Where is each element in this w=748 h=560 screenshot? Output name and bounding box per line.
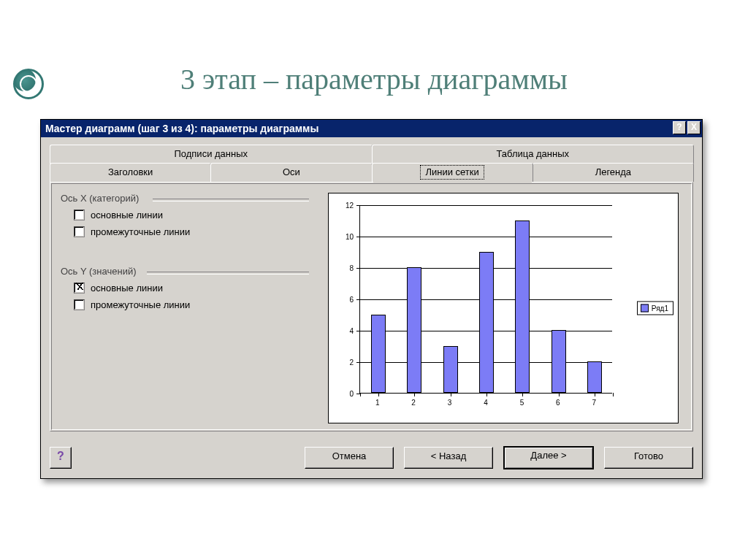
checkbox-y-major[interactable] xyxy=(74,283,85,294)
dialog-titlebar: Мастер диаграмм (шаг 3 из 4): параметры … xyxy=(41,120,702,137)
checkbox-y-major-row[interactable]: основные линии xyxy=(61,283,309,294)
dialog-title: Мастер диаграмм (шаг 3 из 4): параметры … xyxy=(45,123,318,134)
checkbox-x-major-row[interactable]: основные линии xyxy=(61,210,309,220)
titlebar-close-button[interactable]: X xyxy=(687,121,701,134)
tab-data-labels[interactable]: Подписи данных xyxy=(50,145,373,164)
checkbox-x-minor-row[interactable]: промежуточные линии xyxy=(61,226,309,237)
y-tick-label: 8 xyxy=(349,264,354,272)
chart-bar xyxy=(407,267,421,393)
group-y-title: Ось Y (значений) xyxy=(61,266,137,277)
x-tick-label: 5 xyxy=(520,399,524,407)
y-tick-label: 0 xyxy=(349,390,354,398)
titlebar-help-button[interactable]: ? xyxy=(673,121,686,134)
chart-preview: 0246810121234567 Ряд1 xyxy=(328,193,679,423)
chart-legend: Ряд1 xyxy=(637,302,673,315)
legend-swatch-icon xyxy=(641,304,649,312)
chart-bar xyxy=(515,220,530,394)
x-tick-label: 7 xyxy=(592,399,597,407)
x-tick-label: 3 xyxy=(448,399,452,407)
y-tick-label: 12 xyxy=(346,202,354,210)
slide-title: 3 этап – параметры диаграммы xyxy=(0,62,748,96)
chart-bar xyxy=(552,330,566,393)
chart-bar xyxy=(371,315,386,394)
tab-strip: Подписи данных Таблица данных Заголовки … xyxy=(50,145,693,183)
chart-bar xyxy=(443,346,458,394)
next-button[interactable]: Далее > xyxy=(503,446,594,469)
checkbox-y-major-label: основные линии xyxy=(91,283,163,294)
legend-label: Ряд1 xyxy=(652,304,668,312)
group-y-axis: Ось Y (значений) основные линии промежут… xyxy=(61,266,309,310)
chart-bar xyxy=(587,361,602,393)
group-x-title: Ось X (категорий) xyxy=(61,193,139,204)
checkbox-x-major-label: основные линии xyxy=(91,210,163,220)
checkbox-y-minor-row[interactable]: промежуточные линии xyxy=(61,299,309,310)
x-tick-label: 4 xyxy=(484,399,488,407)
x-tick-label: 1 xyxy=(375,399,380,407)
chart-bar xyxy=(479,252,494,394)
checkbox-x-minor-label: промежуточные линии xyxy=(91,226,190,237)
cancel-button[interactable]: Отмена xyxy=(305,447,394,469)
y-tick-label: 10 xyxy=(346,233,354,241)
finish-button[interactable]: Готово xyxy=(604,447,693,469)
checkbox-x-minor[interactable] xyxy=(74,226,85,237)
tab-titles[interactable]: Заголовки xyxy=(50,163,211,182)
checkbox-y-minor[interactable] xyxy=(74,299,85,310)
tab-axes[interactable]: Оси xyxy=(210,163,372,182)
y-tick-label: 2 xyxy=(349,358,354,367)
chart-wizard-dialog: Мастер диаграмм (шаг 3 из 4): параметры … xyxy=(40,119,703,479)
y-tick-label: 6 xyxy=(349,296,354,304)
tab-panel-gridlines: Ось X (категорий) основные линии промежу… xyxy=(50,182,693,431)
group-x-axis: Ось X (категорий) основные линии промежу… xyxy=(61,193,309,237)
checkbox-x-major[interactable] xyxy=(74,210,85,220)
back-button[interactable]: < Назад xyxy=(404,447,493,469)
tab-legend[interactable]: Легенда xyxy=(533,163,694,182)
tab-data-table[interactable]: Таблица данных xyxy=(372,145,695,164)
x-tick-label: 2 xyxy=(411,399,416,407)
tab-gridlines[interactable]: Линии сетки xyxy=(372,163,533,182)
checkbox-y-minor-label: промежуточные линии xyxy=(91,299,190,310)
context-help-button[interactable]: ? xyxy=(50,447,72,469)
y-tick-label: 4 xyxy=(349,327,354,335)
x-tick-label: 6 xyxy=(556,399,560,407)
